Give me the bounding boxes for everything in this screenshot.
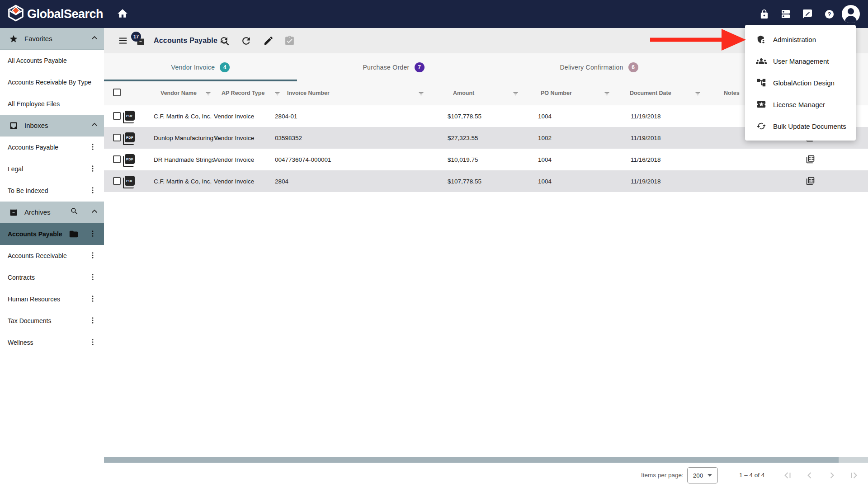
- lock-icon[interactable]: [753, 3, 775, 25]
- menu-item-license-manager[interactable]: License Manager: [745, 94, 856, 115]
- sidebar-archive-tax-documents[interactable]: Tax Documents: [0, 310, 104, 332]
- help-icon[interactable]: ?: [818, 3, 840, 25]
- bulk-update-sync-icon: [756, 121, 767, 131]
- cell-invoice: 2804: [275, 178, 288, 185]
- cell-amount: $10,019.75: [448, 156, 478, 163]
- col-notes: Notes: [724, 90, 740, 96]
- more-options-icon[interactable]: [89, 316, 97, 326]
- more-options-icon[interactable]: [89, 230, 97, 239]
- more-options-icon[interactable]: [89, 295, 97, 304]
- filter-icon[interactable]: [603, 90, 611, 99]
- horizontal-scrollbar-thumb[interactable]: [104, 457, 839, 463]
- chevron-up-icon[interactable]: [90, 121, 99, 131]
- sidebar-archive-contracts[interactable]: Contracts: [0, 267, 104, 288]
- sidebar-archive-accounts-payable[interactable]: Accounts Payable: [0, 223, 104, 245]
- table-row[interactable]: PDF DR Handmade Strings Vendor Invoice 0…: [104, 149, 868, 170]
- cell-type: Vendor Invoice: [214, 113, 254, 120]
- item-label: Accounts Payable: [8, 144, 58, 151]
- home-icon[interactable]: [117, 8, 129, 20]
- chevron-up-icon[interactable]: [90, 207, 99, 217]
- sidebar-inbox-to-be-indexed[interactable]: To Be Indexed: [0, 180, 104, 202]
- menu-item-label: Administration: [773, 36, 816, 43]
- more-options-icon[interactable]: [89, 143, 97, 152]
- menu-item-administration[interactable]: Administration: [745, 28, 856, 50]
- previous-page-button[interactable]: [804, 470, 815, 481]
- inbox-count-badge[interactable]: 17: [131, 32, 149, 51]
- row-checkbox[interactable]: [113, 177, 121, 185]
- cell-amount: $107,778.55: [448, 113, 481, 120]
- refresh-icon[interactable]: [241, 35, 252, 47]
- menu-hamburger-icon[interactable]: [118, 36, 128, 47]
- filter-icon[interactable]: [512, 90, 519, 99]
- menu-item-globalaction-design[interactable]: GlobalAction Design: [745, 72, 856, 94]
- tab-vendor-invoice[interactable]: Vendor Invoice 4: [104, 53, 297, 81]
- related-documents-icon[interactable]: [806, 155, 815, 166]
- last-page-button[interactable]: [849, 470, 859, 481]
- table-row[interactable]: PDF C.F. Martin & Co, Inc. Vendor Invoic…: [104, 170, 868, 192]
- pdf-label: PDF: [126, 157, 133, 161]
- sidebar-inbox-accounts-payable[interactable]: Accounts Payable: [0, 136, 104, 158]
- filter-icon[interactable]: [417, 90, 425, 99]
- more-options-icon[interactable]: [89, 338, 97, 347]
- dropdown-caret-icon: [708, 474, 712, 477]
- more-options-icon[interactable]: [89, 164, 97, 174]
- filter-icon[interactable]: [274, 90, 281, 99]
- menu-item-user-management[interactable]: User Management: [745, 50, 856, 72]
- more-options-icon[interactable]: [89, 251, 97, 261]
- items-per-page-select[interactable]: 200: [687, 467, 718, 483]
- sidebar-archive-accounts-receivable[interactable]: Accounts Receivable: [0, 245, 104, 267]
- dns-servers-icon[interactable]: [775, 3, 797, 25]
- col-vendor-name: Vendor Name: [160, 90, 197, 96]
- col-document-date: Document Date: [630, 90, 671, 96]
- rerun-search-icon[interactable]: [219, 35, 231, 47]
- first-page-button[interactable]: [782, 470, 793, 481]
- cell-invoice: 0047736074-000001: [275, 156, 331, 163]
- more-options-icon[interactable]: [89, 273, 97, 282]
- pdf-label: PDF: [126, 136, 133, 140]
- col-amount: Amount: [453, 90, 474, 96]
- sidebar-archive-wellness[interactable]: Wellness: [0, 332, 104, 353]
- next-page-button[interactable]: [826, 470, 837, 481]
- row-checkbox[interactable]: [113, 134, 121, 141]
- sidebar-item-all-accounts-payable[interactable]: All Accounts Payable: [0, 50, 104, 71]
- sidebar-section-inboxes[interactable]: Inboxes: [0, 115, 104, 136]
- sidebar-archive-human-resources[interactable]: Human Resources: [0, 288, 104, 310]
- filter-icon[interactable]: [204, 90, 212, 99]
- edit-pencil-icon[interactable]: [263, 35, 275, 47]
- search-icon[interactable]: [70, 207, 79, 217]
- cell-invoice: 2804-01: [275, 113, 297, 120]
- more-options-icon[interactable]: [89, 186, 97, 196]
- sidebar-inbox-legal[interactable]: Legal: [0, 158, 104, 180]
- tab-purchase-order[interactable]: Purchase Order 7: [297, 53, 490, 81]
- menu-item-bulk-update-documents[interactable]: Bulk Update Documents: [745, 115, 856, 137]
- filter-icon[interactable]: [694, 90, 702, 99]
- item-label: Accounts Receivable By Type: [8, 79, 91, 86]
- section-label: Archives: [24, 208, 51, 216]
- cell-date: 11/19/2018: [631, 135, 661, 141]
- related-documents-icon[interactable]: [806, 176, 815, 188]
- item-label: All Accounts Payable: [8, 57, 67, 64]
- item-label: Human Resources: [8, 296, 60, 303]
- sidebar-section-archives[interactable]: Archives: [0, 202, 104, 223]
- user-avatar[interactable]: [842, 5, 860, 23]
- sidebar: Favorites All Accounts Payable Accounts …: [0, 28, 104, 488]
- pdf-document-icon: PDF: [125, 176, 135, 186]
- page-range-label: 1 – 4 of 4: [739, 472, 764, 479]
- ticket-star-icon: [756, 99, 767, 110]
- cell-vendor: DR Handmade Strings: [154, 156, 215, 163]
- tab-label: Purchase Order: [363, 64, 409, 71]
- chevron-up-icon[interactable]: [90, 34, 99, 44]
- cell-invoice: 03598352: [275, 135, 302, 141]
- select-all-checkbox[interactable]: [113, 89, 121, 96]
- horizontal-scrollbar-track[interactable]: [104, 457, 868, 463]
- cell-po: 1002: [538, 135, 552, 141]
- row-checkbox[interactable]: [113, 155, 121, 163]
- row-checkbox[interactable]: [113, 112, 121, 120]
- col-ap-record-type: AP Record Type: [222, 90, 264, 96]
- sidebar-item-all-employee-files[interactable]: All Employee Files: [0, 93, 104, 115]
- tab-delivery-confirmation[interactable]: Delivery Confirmation 6: [490, 53, 708, 81]
- pdf-document-icon: PDF: [125, 154, 135, 164]
- sidebar-item-accounts-receivable-by-type[interactable]: Accounts Receivable By Type: [0, 71, 104, 93]
- sidebar-section-favorites[interactable]: Favorites: [0, 28, 104, 50]
- feedback-chat-icon[interactable]: [797, 3, 818, 25]
